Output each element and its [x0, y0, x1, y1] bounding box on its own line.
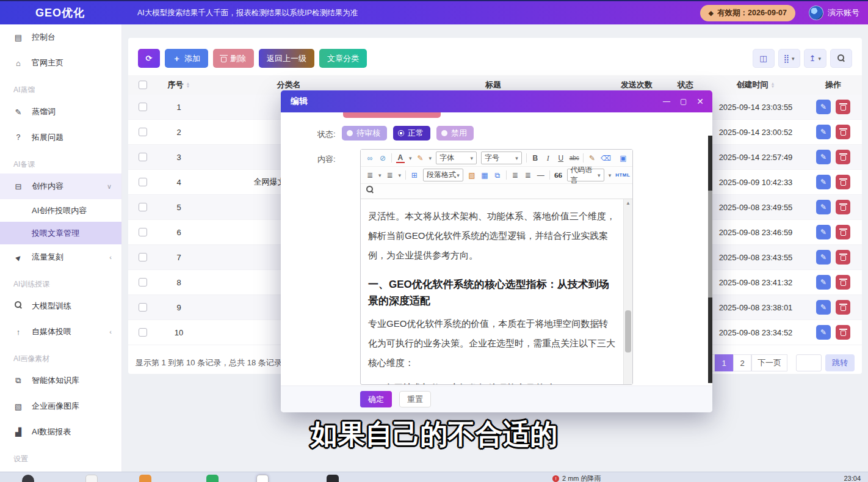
unlink-icon[interactable]: ⊘: [378, 153, 387, 164]
edit-button[interactable]: ✎: [816, 300, 831, 315]
eraser-icon[interactable]: ⌫: [601, 153, 610, 164]
taskbar-app-icon[interactable]: [206, 475, 219, 482]
row-checkbox[interactable]: [139, 328, 147, 337]
confirm-button[interactable]: 确定: [360, 391, 392, 407]
row-checkbox[interactable]: [139, 253, 147, 261]
link-icon[interactable]: ∞: [366, 153, 374, 164]
sidebar-subitem-AI创作投喂内容[interactable]: AI创作投喂内容: [0, 199, 121, 222]
editor-scrollbar-thumb[interactable]: [625, 310, 631, 353]
sort-icon[interactable]: ▲▼: [186, 82, 190, 88]
status-option-正常[interactable]: 正常: [393, 126, 430, 141]
attachment-icon[interactable]: ⧉: [493, 170, 502, 181]
taskbar-app-icon[interactable]: [22, 475, 34, 482]
sidebar-item-拓展问题[interactable]: ？拓展问题: [0, 125, 121, 150]
delete-button[interactable]: [836, 175, 850, 189]
delete-button[interactable]: [836, 225, 850, 239]
edit-button[interactable]: ✎: [816, 125, 831, 139]
delete-button[interactable]: [836, 275, 850, 290]
html-icon[interactable]: HTML: [615, 170, 627, 181]
row-checkbox[interactable]: [139, 128, 147, 136]
next-page-button[interactable]: 下一页: [751, 354, 787, 371]
bold-icon[interactable]: B: [531, 153, 540, 164]
account-area[interactable]: 演示账号: [809, 5, 859, 20]
delete-button[interactable]: [836, 325, 850, 340]
row-checkbox[interactable]: [139, 178, 147, 186]
unordered-list-icon[interactable]: ≣: [386, 170, 394, 181]
search-button[interactable]: [830, 49, 852, 68]
taskbar-app-icon[interactable]: [139, 475, 151, 482]
back-button[interactable]: 返回上一级: [259, 49, 314, 68]
refresh-button[interactable]: ⟳: [138, 49, 160, 68]
delete-button[interactable]: [836, 100, 850, 114]
edit-button[interactable]: ✎: [816, 100, 831, 114]
sidebar-subitem-投喂文章管理[interactable]: 投喂文章管理: [0, 222, 121, 244]
format-brush-icon[interactable]: ✎: [588, 153, 596, 164]
add-button[interactable]: ＋添加: [165, 49, 208, 68]
delete-button[interactable]: [836, 125, 850, 139]
sidebar-item-自媒体投喂[interactable]: ↑自媒体投喂‹: [0, 319, 121, 345]
caret-down-icon[interactable]: ▾: [429, 155, 432, 161]
column-grid-button[interactable]: ⣿▾: [778, 49, 800, 68]
editor-content-area[interactable]: ▲ 灵活性。本文将从技术架构、功能体系、落地价值三个维度，解析当前GEO优化软件…: [361, 199, 632, 384]
caret-down-icon[interactable]: ▾: [378, 172, 382, 178]
sidebar-item-流量复刻[interactable]: ►流量复刻‹: [0, 244, 121, 270]
status-option-待审核[interactable]: 待审核: [342, 126, 387, 141]
editor-scrollbar[interactable]: ▲: [623, 199, 632, 384]
edit-button[interactable]: ✎: [816, 250, 831, 265]
modal-titlebar[interactable]: 编辑 — ▢ ✕: [281, 90, 712, 112]
sidebar-item-AI数据报表[interactable]: ▟AI数据报表: [0, 419, 121, 445]
jump-button[interactable]: 跳转: [825, 354, 855, 371]
sidebar-item-智能体知识库[interactable]: ⧉智能体知识库: [0, 368, 121, 393]
modal-scrollbar[interactable]: [708, 136, 712, 383]
fullscreen-icon[interactable]: ▣: [619, 153, 627, 164]
caret-down-icon[interactable]: ▾: [399, 172, 402, 178]
ordered-list-icon[interactable]: ≣: [366, 170, 374, 181]
font-color-icon[interactable]: A: [396, 153, 405, 163]
taskbar-app-icon-active[interactable]: [256, 475, 269, 482]
row-checkbox[interactable]: [139, 103, 147, 111]
table-icon[interactable]: ⊞: [410, 170, 419, 181]
edit-button[interactable]: ✎: [816, 225, 831, 239]
taskbar-app-icon[interactable]: [85, 475, 98, 482]
caret-down-icon[interactable]: ▾: [609, 172, 612, 178]
card-view-button[interactable]: ◫: [753, 49, 775, 68]
delete-button[interactable]: 删除: [213, 49, 254, 68]
image-icon[interactable]: ▧: [468, 170, 476, 181]
delete-button[interactable]: [836, 300, 850, 315]
sidebar-item-蒸馏词[interactable]: ✎蒸馏词: [0, 99, 121, 125]
maximize-icon[interactable]: ▢: [680, 97, 687, 106]
italic-icon[interactable]: I: [544, 153, 552, 164]
row-checkbox[interactable]: [139, 153, 147, 161]
font-select[interactable]: 字体▾: [436, 152, 477, 164]
delete-button[interactable]: [836, 250, 850, 265]
avatar[interactable]: [809, 5, 823, 20]
close-icon[interactable]: ✕: [696, 97, 704, 106]
export-button[interactable]: ↥▾: [804, 49, 826, 68]
zoom-icon[interactable]: [366, 186, 374, 197]
page-button-1[interactable]: 1: [715, 354, 733, 371]
edit-button[interactable]: ✎: [816, 325, 831, 340]
row-checkbox[interactable]: [139, 203, 147, 211]
para-select[interactable]: 段落格式▾: [423, 169, 463, 181]
blockquote-icon[interactable]: 66: [554, 170, 563, 181]
strikethrough-icon[interactable]: abc: [570, 153, 579, 164]
row-checkbox[interactable]: [139, 228, 147, 236]
code-select[interactable]: 代码语言▾: [567, 169, 604, 181]
page-jump-input[interactable]: [796, 354, 822, 371]
minimize-icon[interactable]: —: [663, 97, 670, 106]
taskbar-app-icon[interactable]: [327, 475, 339, 482]
sidebar-item-创作内容[interactable]: ⊟创作内容∨: [0, 173, 121, 199]
underline-icon[interactable]: U: [557, 153, 565, 164]
row-checkbox[interactable]: [139, 303, 147, 312]
hr-icon[interactable]: —: [537, 170, 545, 181]
caret-down-icon[interactable]: ▾: [409, 155, 412, 161]
edit-button[interactable]: ✎: [816, 200, 831, 214]
sidebar-item-企业画像图库[interactable]: ▧企业画像图库: [0, 393, 121, 419]
status-option-禁用[interactable]: 禁用: [436, 126, 474, 141]
sidebar-item-官网主页[interactable]: ⌂官网主页: [0, 50, 121, 76]
select-all-checkbox[interactable]: [139, 81, 147, 89]
category-button[interactable]: 文章分类: [319, 49, 367, 68]
edit-button[interactable]: ✎: [816, 175, 831, 189]
taskbar-clock[interactable]: 23:04: [844, 475, 861, 482]
media-icon[interactable]: ▦: [480, 170, 489, 181]
